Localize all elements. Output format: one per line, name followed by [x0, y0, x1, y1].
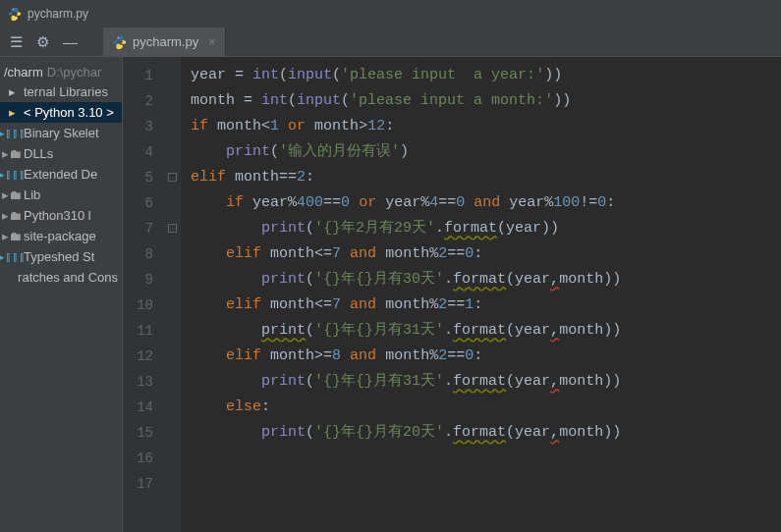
tree-item-label: Python310 l	[24, 208, 91, 223]
line-number: 7	[123, 216, 167, 241]
tree-item[interactable]: ▸ternal Libraries	[0, 81, 122, 102]
line-number: 13	[123, 369, 167, 395]
code-line[interactable]: elif month<=7 and month%2==0:	[191, 241, 781, 267]
line-number: 14	[123, 395, 167, 420]
code-line[interactable]: print('{}年2月有29天'.format(year))	[191, 216, 781, 241]
code-line[interactable]: year = int(input('please input a year:')…	[191, 63, 781, 88]
line-number: 4	[123, 139, 167, 165]
tree-item[interactable]: ▸🖿DLLs	[0, 143, 122, 164]
tree-item[interactable]: ▸⫿⫿⫿Extended De	[0, 164, 122, 185]
line-number: 16	[123, 446, 167, 471]
tree-item[interactable]: ▸< Python 3.10 >	[0, 102, 122, 123]
fold-marker-icon[interactable]: -	[168, 224, 177, 233]
tree-item[interactable]: ▸🖿Python310 l	[0, 205, 122, 226]
line-number: 15	[123, 420, 167, 446]
breadcrumb-path: D:\pychar	[47, 65, 102, 80]
python-file-icon	[8, 7, 22, 21]
tree-item-label: ternal Libraries	[24, 84, 108, 99]
line-number: 6	[123, 190, 167, 216]
settings-icon[interactable]: ⚙	[36, 33, 49, 51]
svg-point-1	[16, 18, 17, 19]
line-number: 3	[123, 114, 167, 139]
main-area: /charm D:\pychar ▸ternal Libraries▸< Pyt…	[0, 57, 781, 532]
code-line[interactable]: month = int(input('please input a month:…	[191, 88, 781, 114]
line-number: 2	[123, 88, 167, 114]
tree-item-label: Extended De	[24, 167, 97, 182]
code-line[interactable]: elif month>=8 and month%2==0:	[191, 344, 781, 369]
toolbar-left: ☰ ⚙ —	[0, 33, 87, 51]
folder-icon: ▸🖿	[4, 187, 20, 202]
tree-item[interactable]: ▸🖿Lib	[0, 185, 122, 205]
tree-item-label: Binary Skelet	[24, 126, 99, 140]
line-gutter: 1234567891011121314151617	[123, 57, 167, 532]
project-sidebar[interactable]: /charm D:\pychar ▸ternal Libraries▸< Pyt…	[0, 57, 123, 532]
svg-point-0	[13, 9, 14, 10]
code-line[interactable]: elif month<=7 and month%2==1:	[191, 293, 781, 318]
tree-item-label: ratches and Cons	[18, 270, 118, 285]
breadcrumb[interactable]: /charm D:\pychar	[0, 63, 122, 81]
window-title: pycharm.py	[28, 7, 88, 21]
line-number: 1	[123, 63, 167, 88]
title-bar: pycharm.py	[0, 0, 781, 27]
code-line[interactable]	[191, 471, 781, 497]
tree-item-label: Lib	[24, 187, 40, 202]
code-line[interactable]: print('{}年{}月有31天'.format(year,month))	[191, 318, 781, 344]
code-line[interactable]: print('{}年{}月有30天'.format(year,month))	[191, 267, 781, 293]
folder-icon: ▸🖿	[4, 229, 20, 243]
tree-item-label: Typeshed St	[24, 249, 94, 264]
line-number: 10	[123, 293, 167, 318]
code-line[interactable]: print('{}年{}月有20天'.format(year,month))	[191, 420, 781, 446]
breadcrumb-project: /charm	[4, 65, 43, 80]
line-number: 9	[123, 267, 167, 293]
sidebar-toggle-icon[interactable]: ☰	[10, 33, 23, 51]
tree-item-label: < Python 3.10 >	[24, 105, 114, 120]
close-tab-icon[interactable]: ×	[208, 35, 215, 49]
project-tree[interactable]: ▸ternal Libraries▸< Python 3.10 >▸⫿⫿⫿Bin…	[0, 81, 122, 288]
tree-item[interactable]: ▸🖿site-package	[0, 226, 122, 246]
folder-icon: ▸🖿	[4, 146, 20, 161]
tree-item-label: DLLs	[24, 146, 53, 161]
svg-point-2	[118, 37, 119, 38]
code-line[interactable]: if month<1 or month>12:	[191, 114, 781, 139]
tree-item[interactable]: ▸⫿⫿⫿Binary Skelet	[0, 123, 122, 143]
external-lib-icon: ▸	[4, 84, 20, 99]
tree-item[interactable]: ratches and Cons	[0, 267, 122, 288]
python-env-icon: ▸	[4, 105, 20, 120]
line-number: 5	[123, 165, 167, 190]
code-line[interactable]: else:	[191, 395, 781, 420]
line-number: 11	[123, 318, 167, 344]
code-line[interactable]: elif month==2:	[191, 165, 781, 190]
tab-label: pycharm.py	[133, 34, 198, 49]
collapse-icon[interactable]: —	[63, 33, 78, 50]
svg-point-3	[121, 45, 122, 46]
code-area[interactable]: year = int(input('please input a year:')…	[181, 57, 781, 532]
editor[interactable]: 1234567891011121314151617 -- year = int(…	[123, 57, 781, 532]
folder-icon: ▸🖿	[4, 208, 20, 223]
line-number: 12	[123, 344, 167, 369]
library-icon: ▸⫿⫿⫿	[4, 167, 20, 182]
library-icon: ▸⫿⫿⫿	[4, 249, 20, 264]
fold-marker-icon[interactable]: -	[168, 173, 177, 182]
python-file-icon	[113, 35, 127, 49]
line-number: 17	[123, 471, 167, 497]
editor-tab[interactable]: pycharm.py ×	[103, 27, 226, 56]
tree-item-label: site-package	[24, 229, 96, 243]
library-icon: ▸⫿⫿⫿	[4, 126, 20, 140]
code-line[interactable]: print('{}年{}月有31天'.format(year,month))	[191, 369, 781, 395]
code-line[interactable]: print('输入的月份有误')	[191, 139, 781, 165]
toolbar: ☰ ⚙ — pycharm.py ×	[0, 27, 781, 57]
line-number: 8	[123, 241, 167, 267]
fold-strip: --	[167, 57, 181, 532]
code-line[interactable]: if year%400==0 or year%4==0 and year%100…	[191, 190, 781, 216]
tree-item[interactable]: ▸⫿⫿⫿Typeshed St	[0, 246, 122, 267]
code-line[interactable]	[191, 446, 781, 471]
